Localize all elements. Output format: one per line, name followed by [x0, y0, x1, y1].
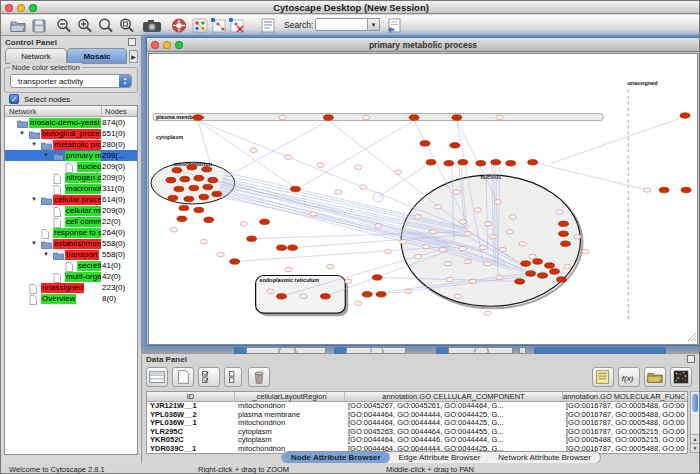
network-node-selected[interactable]	[362, 292, 372, 298]
vizmapper-button[interactable]	[191, 17, 209, 34]
tree-expand-icon[interactable]: ▼	[31, 240, 37, 246]
tree-expand-icon[interactable]: ▼	[31, 196, 37, 202]
network-node-selected[interactable]	[290, 186, 300, 192]
network-node[interactable]	[335, 190, 342, 194]
attribute-tab-network[interactable]: Network Attribute Browser	[489, 452, 599, 463]
network-node-selected[interactable]	[204, 217, 214, 223]
network-node[interactable]	[170, 228, 177, 232]
network-node-selected[interactable]	[203, 184, 213, 190]
create-attribute-button[interactable]	[172, 367, 194, 387]
scroll-down-arrow[interactable]: ▼	[691, 443, 699, 452]
tab-mosaic[interactable]: Mosaic	[67, 48, 127, 64]
network-node-selected[interactable]	[320, 294, 330, 300]
select-attributes-button[interactable]	[146, 367, 168, 387]
network-node[interactable]	[217, 252, 224, 256]
network-node-selected[interactable]	[533, 259, 543, 265]
network-node-selected[interactable]	[681, 187, 691, 193]
network-node-selected[interactable]	[179, 205, 189, 211]
network-node[interactable]	[509, 215, 516, 219]
network-node-selected[interactable]	[277, 245, 287, 251]
network-edge[interactable]	[198, 121, 466, 229]
network-node[interactable]	[506, 230, 513, 234]
network-node[interactable]	[355, 301, 362, 305]
network-node[interactable]	[459, 220, 466, 224]
network-node-selected[interactable]	[168, 195, 178, 201]
open-session-button[interactable]	[9, 17, 27, 34]
network-node[interactable]	[267, 289, 274, 293]
function-builder-button[interactable]: f(x)	[618, 367, 640, 387]
network-tree-row[interactable]: ▼primary metabo209(...	[5, 150, 137, 161]
network-edge[interactable]	[198, 121, 211, 165]
network-node[interactable]	[240, 222, 247, 226]
network-node[interactable]	[345, 279, 352, 283]
network-node[interactable]	[469, 279, 476, 283]
network-node[interactable]	[399, 240, 406, 244]
table-row[interactable]: YPL036W__1mitochondrion[GO:0044464, GO:0…	[147, 419, 687, 428]
network-node[interactable]	[429, 230, 436, 234]
network-node[interactable]	[414, 215, 421, 219]
network-node[interactable]	[355, 165, 362, 169]
zoom-in-button[interactable]	[76, 17, 94, 34]
network-node[interactable]	[285, 155, 292, 159]
network-window-titlebar[interactable]: primary metabolic process	[147, 38, 699, 52]
network-node-selected[interactable]	[287, 245, 297, 251]
network-tree-row[interactable]: multi-organism pro42(0)	[5, 271, 137, 282]
network-node-selected[interactable]	[409, 115, 419, 121]
network-node[interactable]	[644, 188, 651, 192]
import-attributes-button[interactable]	[385, 17, 403, 34]
network-edge[interactable]	[226, 121, 329, 178]
network-node-selected[interactable]	[323, 115, 333, 121]
tree-expand-icon[interactable]: ▼	[43, 251, 49, 257]
network-node-selected[interactable]	[526, 271, 536, 277]
network-node[interactable]	[574, 235, 581, 239]
network-node-selected[interactable]	[208, 177, 218, 183]
network-node-selected[interactable]	[426, 159, 436, 165]
network-node-selected[interactable]	[277, 294, 287, 300]
attribute-list-button[interactable]	[592, 367, 614, 387]
network-node[interactable]	[363, 115, 370, 119]
tab-network[interactable]: Network	[5, 48, 67, 64]
attribute-tab-edge[interactable]: Edge Attribute Browser	[390, 452, 490, 463]
zoom-fit-button[interactable]	[97, 17, 115, 34]
network-node-selected[interactable]	[559, 221, 569, 227]
network-node[interactable]	[422, 244, 429, 248]
network-node[interactable]	[444, 261, 451, 265]
network-node-selected[interactable]	[515, 279, 525, 285]
network-node-selected[interactable]	[659, 187, 669, 193]
network-tree-row[interactable]: ▼transport558(0)	[5, 249, 137, 260]
network-node[interactable]	[556, 210, 563, 214]
network-node-selected[interactable]	[180, 176, 190, 182]
network-node-selected[interactable]	[177, 216, 187, 222]
network-tree-row[interactable]: ▼establishment of lo558(0)	[5, 238, 137, 249]
network-node-selected[interactable]	[452, 115, 462, 121]
network-node[interactable]	[279, 115, 286, 119]
network-node[interactable]	[250, 148, 257, 152]
network-node[interactable]	[529, 254, 536, 258]
network-node[interactable]	[499, 247, 506, 251]
network-node-selected[interactable]	[184, 196, 194, 202]
table-column-header[interactable]: annotation.GO CELLULAR_COMPONENT	[345, 392, 563, 401]
network-node[interactable]	[496, 275, 503, 279]
network-node-selected[interactable]	[545, 263, 555, 269]
network-node-selected[interactable]	[559, 231, 569, 237]
table-scrollbar[interactable]: ▲ ▼	[690, 391, 700, 453]
network-node[interactable]	[484, 261, 491, 265]
network-node-selected[interactable]	[187, 164, 197, 170]
network-node-selected[interactable]	[194, 207, 204, 213]
network-node[interactable]	[454, 294, 461, 298]
network-node[interactable]	[404, 289, 411, 293]
network-node[interactable]	[310, 212, 317, 216]
network-node[interactable]	[300, 294, 307, 298]
network-node-selected[interactable]	[560, 241, 570, 247]
network-node[interactable]	[317, 163, 324, 167]
matrix-view-button[interactable]	[670, 367, 692, 387]
network-node-selected[interactable]	[491, 159, 501, 165]
save-session-button[interactable]	[30, 17, 48, 34]
network-node-selected[interactable]	[172, 167, 182, 173]
network-node-selected[interactable]	[521, 261, 531, 267]
select-nodes-checkbox[interactable]: ✓	[9, 94, 19, 104]
network-node-selected[interactable]	[420, 141, 430, 147]
network-node-selected[interactable]	[166, 177, 176, 183]
table-column-header[interactable]: _cellularLayoutRegion	[235, 392, 345, 401]
network-node[interactable]	[464, 232, 471, 236]
